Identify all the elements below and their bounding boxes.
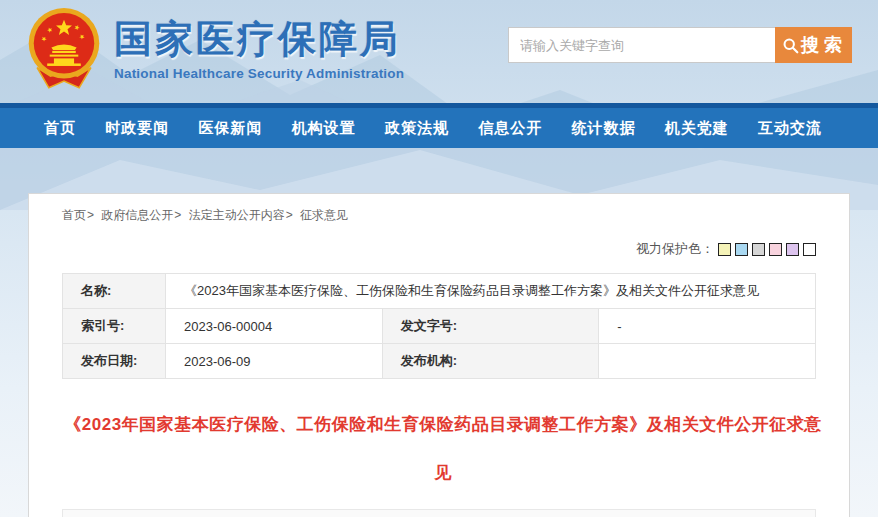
brand-text: 国家医疗保障局 National Healthcare Security Adm… <box>114 14 404 81</box>
nav-item-statistics[interactable]: 统计数据 <box>572 119 636 138</box>
nav-item-party[interactable]: 机关党建 <box>665 119 729 138</box>
site-header: ★ ★ ★ ★ 国家医疗保障局 National Healthcare Secu… <box>0 0 878 103</box>
eye-color-swatch-white[interactable] <box>803 243 816 256</box>
doc-publish-date-value: 2023-06-09 <box>166 344 383 379</box>
nav-item-interact[interactable]: 互动交流 <box>758 119 822 138</box>
doc-name-value: 《2023年国家基本医疗保险、工伤保险和生育保险药品目录调整工作方案》及相关文件… <box>166 274 816 309</box>
document-info-table: 名称: 《2023年国家基本医疗保险、工伤保险和生育保险药品目录调整工作方案》及… <box>62 273 816 379</box>
doc-number-label: 发文字号: <box>382 309 599 344</box>
search-button[interactable]: 搜索 <box>775 27 852 63</box>
search-icon <box>782 37 799 54</box>
content-panel: 首页> 政府信息公开> 法定主动公开内容> 征求意见 视力保护色： 名称: 《2… <box>28 193 850 517</box>
breadcrumb-separator: > <box>174 208 181 222</box>
nav-item-news[interactable]: 医保新闻 <box>199 119 263 138</box>
doc-publish-date-label: 发布日期: <box>63 344 166 379</box>
nav-item-politics[interactable]: 时政要闻 <box>105 119 169 138</box>
page: { "header": { "site_name": "国家医疗保障局", "s… <box>0 0 878 517</box>
eye-color-swatch-purple[interactable] <box>786 243 799 256</box>
eye-protection-row: 视力保护色： <box>62 240 816 258</box>
article-meta-bar: 日期: 2023-06-09 访问次数: 155847 字号: [大 中 小] <box>62 509 816 517</box>
search-input[interactable] <box>508 27 775 63</box>
nav-item-disclosure[interactable]: 信息公开 <box>478 119 542 138</box>
search-button-label: 搜索 <box>801 33 847 57</box>
breadcrumb-gov-info[interactable]: 政府信息公开 <box>101 208 173 222</box>
doc-index-value: 2023-06-00004 <box>166 309 383 344</box>
site-logo-link[interactable]: ★ ★ ★ ★ 国家医疗保障局 National Healthcare Secu… <box>22 5 404 95</box>
eye-color-swatch-blue[interactable] <box>735 243 748 256</box>
doc-publish-org-value <box>599 344 816 379</box>
nav-item-structure[interactable]: 机构设置 <box>292 119 356 138</box>
nav-item-policy[interactable]: 政策法规 <box>385 119 449 138</box>
table-row: 索引号: 2023-06-00004 发文字号: - <box>63 309 816 344</box>
national-emblem-icon: ★ ★ ★ ★ <box>22 5 106 95</box>
breadcrumb-solicit-opinions[interactable]: 征求意见 <box>300 208 348 222</box>
breadcrumb-home[interactable]: 首页 <box>62 208 86 222</box>
site-title-english: National Healthcare Security Administrat… <box>114 66 404 81</box>
breadcrumb-statutory-disclosure[interactable]: 法定主动公开内容 <box>189 208 285 222</box>
eye-color-swatch-pink[interactable] <box>769 243 782 256</box>
site-search: 搜索 <box>508 27 852 63</box>
doc-publish-org-label: 发布机构: <box>382 344 599 379</box>
breadcrumb-separator: > <box>87 208 94 222</box>
nav-item-home[interactable]: 首页 <box>44 119 76 138</box>
eye-color-swatch-gray[interactable] <box>752 243 765 256</box>
doc-index-label: 索引号: <box>63 309 166 344</box>
doc-name-label: 名称: <box>63 274 166 309</box>
table-row: 发布日期: 2023-06-09 发布机构: <box>63 344 816 379</box>
breadcrumb: 首页> 政府信息公开> 法定主动公开内容> 征求意见 <box>62 207 816 224</box>
eye-color-swatch-yellow[interactable] <box>718 243 731 256</box>
main-navigation: 首页 时政要闻 医保新闻 机构设置 政策法规 信息公开 统计数据 机关党建 互动… <box>0 103 878 148</box>
table-row: 名称: 《2023年国家基本医疗保险、工伤保险和生育保险药品目录调整工作方案》及… <box>63 274 816 309</box>
site-title: 国家医疗保障局 <box>114 14 404 65</box>
article-title: 《2023年国家基本医疗保险、工伤保险和生育保险药品目录调整工作方案》及相关文件… <box>62 401 824 497</box>
breadcrumb-separator: > <box>286 208 293 222</box>
eye-protection-label: 视力保护色： <box>636 240 714 258</box>
doc-number-value: - <box>599 309 816 344</box>
